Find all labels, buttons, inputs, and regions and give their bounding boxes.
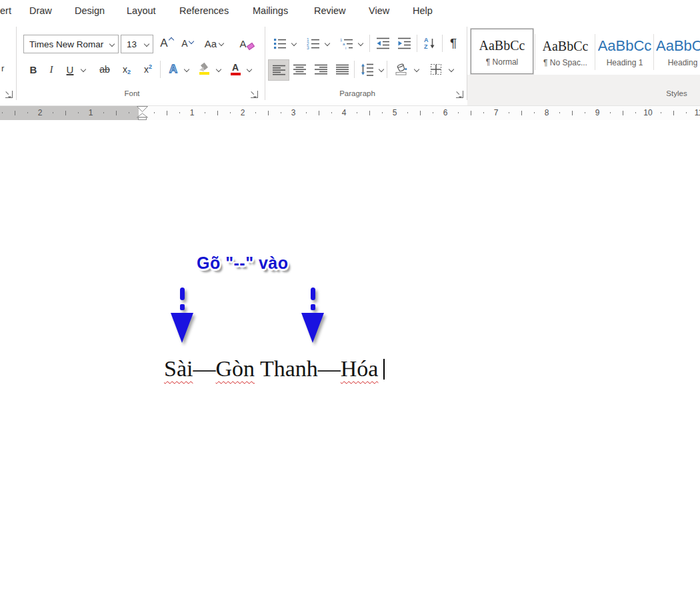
style-preview: AaBbCc [598,37,652,55]
ruler-number: 11 [695,106,700,120]
font-color-bar [231,73,241,75]
annotation-text: Gõ "--" vào [197,253,289,273]
clear-formatting-button[interactable]: A [235,33,259,53]
ruler-number: 1 [89,106,93,120]
ribbon: r Times New Romar 13 A A Aa A B I U ab x… [0,22,700,106]
underline-dropdown[interactable] [79,65,87,74]
borders-button[interactable] [425,59,447,79]
indent-markers[interactable] [137,106,148,120]
italic-button[interactable]: I [44,59,59,79]
subscript-button[interactable]: x 2 [117,59,136,79]
style-normal[interactable]: AaBbCc ¶ Normal [471,29,533,74]
line-spacing-button[interactable] [357,59,377,79]
chevron-down-icon [247,67,252,72]
font-color-button[interactable]: A [225,59,245,79]
svg-text:1: 1 [340,37,343,41]
style-label: Heading [668,58,698,67]
style-label: ¶ No Spac... [543,58,587,67]
chevron-down-icon [325,41,330,46]
caret-down-icon [188,39,193,44]
ruler-number: 7 [494,106,499,120]
tab-references[interactable]: References [179,0,229,22]
bullets-dropdown[interactable] [290,39,298,48]
font-color-dropdown[interactable] [245,65,253,74]
justify-icon [336,64,349,75]
pilcrow-icon: ¶ [450,36,457,51]
highlight-button[interactable] [193,59,215,79]
change-case-button[interactable]: Aa [200,33,228,53]
ruler-number: 8 [545,106,549,120]
font-color-icon: A [232,63,239,72]
underline-button[interactable]: U [61,59,79,79]
borders-icon [429,63,443,76]
numbering-dropdown[interactable] [323,39,331,48]
bullets-button[interactable] [271,33,289,53]
line-spacing-dropdown[interactable] [377,65,385,74]
group-divider [265,27,265,100]
decrease-indent-button[interactable] [373,33,393,53]
clipboard-dialog-launcher-icon[interactable] [5,91,13,98]
font-size-combobox[interactable]: 13 [121,35,153,53]
align-left-button[interactable] [268,59,289,81]
shading-dropdown[interactable] [413,65,421,74]
chevron-down-icon [449,67,454,72]
style-no-spacing[interactable]: AaBbCc ¶ No Spac... [537,31,593,73]
tab-design[interactable]: Design [75,0,105,22]
hanging-indent-marker[interactable] [137,113,148,117]
decrease-indent-icon [377,37,390,50]
style-divider [653,34,654,70]
em-dash: — [193,356,215,381]
left-indent-marker[interactable] [139,117,147,120]
ruler-number: 2 [241,106,245,120]
svg-text:i: i [345,46,346,50]
grow-font-button[interactable]: A [156,33,177,53]
strikethrough-button[interactable]: ab [95,59,115,79]
font-dialog-launcher-icon[interactable] [251,91,258,98]
button-divider [160,61,161,78]
caret-up-icon [168,37,173,43]
chevron-down-icon [358,41,363,46]
highlight-dropdown[interactable] [215,65,223,74]
superscript-button[interactable]: x 2 [139,59,157,79]
show-hide-pilcrow-button[interactable]: ¶ [444,33,463,53]
align-right-button[interactable] [311,59,331,79]
bold-button[interactable]: B [25,59,41,79]
style-heading-2[interactable]: AaBbCc Heading [656,31,700,73]
multilevel-list-button[interactable]: 1ai [337,33,356,53]
tab-review[interactable]: Review [314,0,346,22]
underline-icon: U [67,64,74,75]
paragraph-group-label: Paragraph [320,89,395,100]
document-canvas[interactable]: Gõ "--" vào Sài—Gòn Thanh—Hóa [0,120,700,597]
multilevel-dropdown[interactable] [357,39,365,48]
shrink-font-button[interactable]: A [177,33,197,53]
change-case-icon: Aa [205,38,217,49]
align-center-button[interactable] [289,59,309,79]
sort-icon: A Z [423,37,437,50]
increase-indent-button[interactable] [395,33,415,53]
sort-button[interactable]: A Z [419,33,441,53]
text-effects-dropdown[interactable] [183,65,191,74]
text-effects-button[interactable]: A [164,59,183,79]
shading-button[interactable] [391,59,412,79]
tab-draw[interactable]: Draw [29,0,52,22]
first-line-indent-marker[interactable] [137,107,148,112]
tab-insert-partial[interactable]: ert [0,0,11,22]
borders-dropdown[interactable] [447,65,455,74]
font-name-combobox[interactable]: Times New Romar [23,35,119,53]
tab-layout[interactable]: Layout [127,0,156,22]
style-heading-1[interactable]: AaBbCc Heading 1 [597,31,652,73]
tab-help[interactable]: Help [413,0,433,22]
numbering-button[interactable]: 123 [304,33,323,53]
styles-group-label: Styles [640,89,700,100]
tab-view[interactable]: View [369,0,389,22]
clear-formatting-icon: A [239,38,246,49]
tab-mailings[interactable]: Mailings [253,0,288,22]
word-hoa: Hóa [341,356,379,381]
ribbon-tab-bar: ert Draw Design Layout References Mailin… [0,0,700,22]
chevron-down-icon [379,67,384,72]
paragraph-dialog-launcher-icon[interactable] [456,91,463,98]
ruler-number: 9 [595,106,600,120]
document-text-line[interactable]: Sài—Gòn Thanh—Hóa [141,331,385,407]
bold-icon: B [30,64,37,75]
justify-button[interactable] [332,59,352,79]
